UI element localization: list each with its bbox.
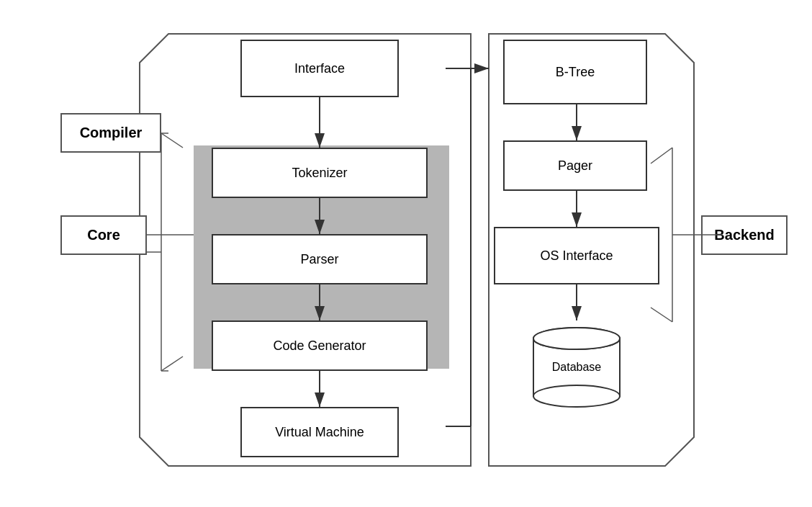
svg-line-28: [651, 308, 672, 322]
os-interface-box: OS Interface: [494, 227, 659, 284]
svg-line-18: [161, 133, 183, 148]
svg-line-20: [161, 356, 183, 371]
parser-label: Parser: [300, 252, 338, 267]
core-box: Core: [60, 215, 147, 255]
code-generator-box: Code Generator: [212, 320, 428, 371]
pager-box: Pager: [503, 140, 647, 191]
btree-box: B-Tree: [503, 40, 647, 104]
tokenizer-label: Tokenizer: [292, 166, 347, 181]
virtual-machine-label: Virtual Machine: [275, 425, 364, 440]
compiler-box: Compiler: [60, 113, 161, 153]
core-label: Core: [87, 227, 120, 243]
interface-box: Interface: [240, 40, 399, 97]
interface-label: Interface: [294, 61, 345, 76]
code-generator-label: Code Generator: [273, 338, 366, 354]
pager-label: Pager: [558, 158, 592, 174]
database-label: Database: [552, 361, 602, 373]
parser-box: Parser: [212, 234, 428, 284]
svg-point-17: [533, 328, 620, 349]
os-interface-label: OS Interface: [540, 248, 613, 264]
virtual-machine-box: Virtual Machine: [240, 407, 399, 457]
tokenizer-box: Tokenizer: [212, 148, 428, 198]
backend-box: Backend: [701, 215, 788, 255]
btree-label: B-Tree: [556, 65, 595, 80]
database-cylinder: Database: [530, 320, 623, 414]
backend-label: Backend: [714, 227, 774, 243]
compiler-label: Compiler: [80, 125, 143, 141]
diagram: Interface Tokenizer Parser Code Generato…: [46, 19, 766, 488]
svg-line-27: [651, 148, 672, 163]
svg-point-16: [533, 385, 620, 407]
